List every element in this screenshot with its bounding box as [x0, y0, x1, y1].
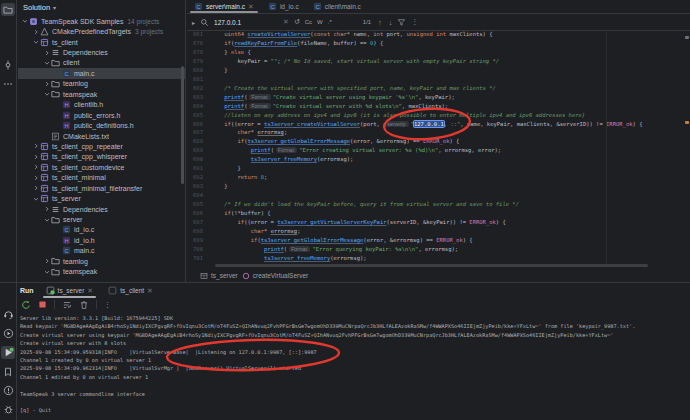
code-line: 693 }: [187, 182, 684, 191]
chevron-right-icon[interactable]: [32, 154, 39, 160]
console-line: Create virtual server using keypair 'MG8…: [20, 331, 690, 339]
chevron-right-icon[interactable]: [43, 206, 50, 212]
breadcrumb-item[interactable]: ts_server: [200, 272, 238, 280]
tree-item[interactable]: Cmain.c: [18, 246, 185, 256]
run-tool-button[interactable]: [1, 346, 15, 359]
close-icon[interactable]: ✕: [87, 287, 93, 295]
tree-item[interactable]: Hpublic_errors.h: [18, 110, 185, 120]
run-panel-title: Run: [20, 287, 34, 294]
clear-search-icon[interactable]: ✕: [283, 18, 289, 26]
svg-text:H: H: [64, 112, 68, 118]
chevron-down-icon[interactable]: [43, 217, 50, 223]
problems-tool-button[interactable]: [1, 384, 15, 397]
chevron-right-icon[interactable]: [43, 81, 50, 87]
tree-item[interactable]: Dependencies: [18, 47, 185, 57]
chevron-right-icon[interactable]: [32, 185, 39, 191]
chevron-down-icon[interactable]: [32, 196, 39, 202]
expand-search-icon[interactable]: ▸: [192, 19, 195, 26]
chevron-down-icon[interactable]: [21, 18, 28, 24]
chevron-down-icon[interactable]: [32, 39, 39, 45]
tree-item[interactable]: teamlog: [18, 256, 185, 266]
chevron-right-icon[interactable]: [32, 143, 39, 149]
search-icon[interactable]: [200, 18, 209, 27]
code-editor[interactable]: 661 uint64 createVirtualServer(const cha…: [187, 30, 684, 264]
tree-item[interactable]: ts_client_cpp_repeater: [18, 141, 185, 151]
inlay-hint: Format:: [249, 103, 270, 109]
hfile-icon: H: [62, 121, 71, 130]
more-options-icon[interactable]: ⋮: [411, 18, 418, 26]
tree-item[interactable]: client: [18, 58, 185, 68]
chevron-right-icon[interactable]: [43, 50, 50, 56]
console-line: [q] - Quit: [20, 406, 690, 414]
more-options-icon[interactable]: ⋮: [104, 301, 111, 309]
chevron-down-icon[interactable]: [43, 60, 50, 66]
editor-tab[interactable]: Cserver\main.c✕: [187, 0, 261, 13]
run-tab[interactable]: ts_server✕: [43, 283, 97, 298]
previous-match-icon[interactable]: ↑: [378, 19, 382, 26]
line-number: 678: [187, 48, 211, 57]
breadcrumb-item[interactable]: createVirtualServer: [242, 272, 309, 280]
chevron-right-icon[interactable]: [43, 258, 50, 264]
code-line: 687 char* errormsg;: [187, 128, 684, 137]
tree-item[interactable]: Cid_io.c: [18, 225, 185, 235]
search-input[interactable]: 127.0.0.1: [214, 19, 278, 26]
scrollbar-match-marker[interactable]: [685, 121, 689, 124]
editor-tab[interactable]: Cclient\main.c: [306, 0, 368, 13]
debug-tool-button[interactable]: [1, 403, 15, 416]
chevron-down-icon[interactable]: ▾: [53, 4, 56, 11]
line-number: 691: [187, 164, 211, 173]
tree-item[interactable]: Hpublic_definitions.h: [18, 120, 185, 130]
search-history-icon[interactable]: ↺: [294, 18, 300, 26]
console-line: 2025-09-08 15:34:09.959318|INFO |Virtual…: [20, 348, 690, 356]
bookmarks-tool-button[interactable]: [1, 365, 15, 378]
solution-tool-button[interactable]: [1, 3, 15, 16]
match-case-toggle[interactable]: Cc: [305, 19, 312, 25]
run-tab[interactable]: ts_client✕: [105, 283, 156, 298]
line-number: 700: [187, 245, 211, 254]
scrollbar-position-marker[interactable]: [685, 36, 689, 39]
svg-text:C: C: [315, 4, 319, 10]
filter-icon[interactable]: [397, 18, 406, 27]
whole-words-toggle[interactable]: W: [317, 19, 323, 25]
chevron-right-icon[interactable]: [32, 164, 39, 170]
stop-button[interactable]: [38, 300, 47, 309]
tree-item[interactable]: Dependencies: [18, 204, 185, 214]
tree-item[interactable]: ts_client_customdevice: [18, 162, 185, 172]
clear-all-button[interactable]: [79, 300, 89, 310]
commit-tool-button[interactable]: [1, 58, 15, 71]
editor-tab[interactable]: Cid_io.c: [261, 0, 306, 13]
tree-item[interactable]: ts_client_minimal_filetransfer: [18, 183, 185, 193]
sidebar-scrollbar[interactable]: [181, 66, 184, 184]
close-icon[interactable]: ✕: [147, 287, 153, 295]
close-icon[interactable]: ✕: [248, 3, 254, 11]
tree-item-label: Dependencies: [63, 49, 108, 56]
tree-item[interactable]: ts_client: [18, 37, 185, 47]
regex-toggle[interactable]: .*: [328, 19, 332, 25]
tree-item[interactable]: ts_client_minimal: [18, 173, 185, 183]
tree-item[interactable]: Hclientlib.h: [18, 100, 185, 110]
tree-item[interactable]: CMakeLists.txt: [18, 131, 185, 141]
run-console[interactable]: Server lib version: 3.3.1 [Build: 167594…: [20, 314, 690, 420]
chevron-down-icon[interactable]: [43, 91, 50, 97]
tree-item[interactable]: CMakePredefinedTargets3 projects: [18, 26, 185, 36]
services-tool-button[interactable]: [1, 327, 15, 340]
tree-item[interactable]: Hid_io.h: [18, 235, 185, 245]
horizontal-scrollbar[interactable]: [215, 264, 648, 267]
tree-item[interactable]: ts_client_cpp_whisperer: [18, 152, 185, 162]
more-tools-button[interactable]: [1, 77, 15, 90]
tree-item[interactable]: ts_server: [18, 193, 185, 203]
teamspeak-app-button[interactable]: [1, 308, 15, 321]
tree-item[interactable]: teamlog: [18, 79, 185, 89]
tree-item[interactable]: server: [18, 214, 185, 224]
deps-icon: [51, 48, 60, 57]
rerun-button[interactable]: [21, 300, 31, 310]
tree-item[interactable]: teamspeak: [18, 267, 185, 277]
soft-wrap-button[interactable]: [62, 300, 72, 310]
tree-item[interactable]: TeamSpeak SDK Samples14 projects: [18, 16, 185, 26]
next-match-icon[interactable]: ↓: [389, 19, 393, 26]
tree-item[interactable]: Cmain.c: [18, 68, 185, 78]
chevron-right-icon[interactable]: [32, 175, 39, 181]
chevron-right-icon[interactable]: [32, 29, 39, 35]
chevron-down-icon[interactable]: [43, 269, 50, 275]
tree-item[interactable]: teamspeak: [18, 89, 185, 99]
